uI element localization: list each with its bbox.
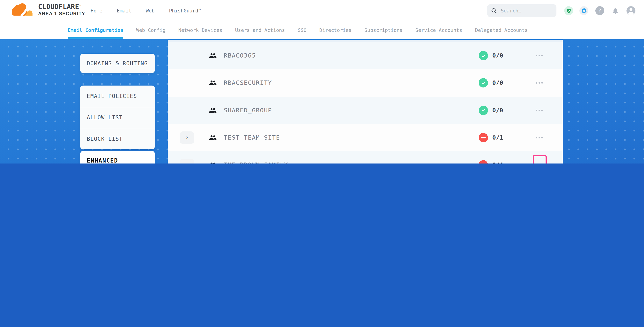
sidebar-item-domains-routing[interactable]: DOMAINS & ROUTING <box>80 54 155 73</box>
sidebar-item-email-policies[interactable]: EMAIL POLICIES <box>80 85 155 107</box>
row-name: RBACO365 <box>224 52 256 59</box>
scrolled-row-edge <box>168 40 563 42</box>
trademark: ® <box>79 4 81 7</box>
tab-users-and-actions[interactable]: Users and Actions <box>235 21 285 39</box>
row-name: RBACSECURITY <box>224 79 272 86</box>
status-unprotected-icon <box>478 160 488 163</box>
users-group-icon <box>209 106 217 114</box>
table-row-group[interactable]: TEST TEAM SITE0/1 <box>168 124 563 151</box>
groups-table: RBACO3650/0RBACSECURITY0/0SHARED_GROUP0/… <box>168 40 563 163</box>
users-group-icon <box>209 79 217 87</box>
ellipsis-icon <box>538 109 540 111</box>
table-row-group[interactable]: SHARED_GROUP0/0 <box>168 97 563 124</box>
tab-web-config[interactable]: Web Config <box>136 21 166 39</box>
nav-web[interactable]: Web <box>146 8 155 13</box>
row-name: SHARED_GROUP <box>224 107 272 114</box>
users-group-icon <box>209 161 217 163</box>
sidebar-item-allow-list[interactable]: ALLOW LIST <box>80 107 155 128</box>
status-unprotected-icon <box>478 133 488 142</box>
protection-count: 0/1 <box>492 134 503 141</box>
collapse-row-button[interactable] <box>180 159 194 163</box>
tab-sso[interactable]: SSO <box>298 21 306 39</box>
row-menu-button[interactable] <box>533 161 546 163</box>
row-menu-button[interactable] <box>533 134 546 142</box>
expand-row-button[interactable] <box>180 131 194 144</box>
tab-delegated-accounts[interactable]: Delegated Accounts <box>475 21 528 39</box>
status-protected-icon <box>478 106 488 115</box>
sidebar-item-block-list[interactable]: BLOCK LIST <box>80 128 155 149</box>
table-row-group[interactable]: THE BROWN FAMILY0/4 <box>168 151 563 163</box>
search-box[interactable] <box>487 4 556 17</box>
settings-gear-icon[interactable] <box>580 6 588 15</box>
help-icon[interactable]: ? <box>595 6 604 15</box>
tab-network-devices[interactable]: Network Devices <box>178 21 222 39</box>
minus-icon <box>481 137 486 138</box>
row-name: THE BROWN FAMILY <box>224 162 288 163</box>
protection-count: 0/0 <box>492 79 503 86</box>
cloudflare-cloud-icon <box>11 2 35 17</box>
protection-count: 0/4 <box>492 162 503 163</box>
users-group-icon <box>209 134 217 142</box>
nav-email[interactable]: Email <box>117 8 131 13</box>
users-group-icon <box>209 52 217 59</box>
row-menu-button[interactable] <box>533 52 546 59</box>
sidebar-card-enhanced-detections: ENHANCED DETECTIONS Business Email Compr… <box>80 151 155 163</box>
tab-email-configuration[interactable]: Email Configuration <box>68 21 123 39</box>
nav-home[interactable]: Home <box>91 8 102 13</box>
tab-directories[interactable]: Directories <box>319 21 352 39</box>
notifications-bell-icon[interactable] <box>611 6 620 15</box>
row-name: TEST TEAM SITE <box>224 134 280 141</box>
group-table-body: RBACO3650/0RBACSECURITY0/0SHARED_GROUP0/… <box>168 42 563 163</box>
sidebar-item-enhanced-detections[interactable]: ENHANCED DETECTIONS <box>87 157 145 163</box>
cloudflare-logo[interactable]: CLOUDFLARE® AREA 1 SECURITY <box>11 2 85 17</box>
brand-name: CLOUDFLARE® <box>38 3 85 11</box>
top-header: CLOUDFLARE® AREA 1 SECURITY Home Email W… <box>0 0 644 21</box>
security-shield-check-icon[interactable] <box>564 6 573 15</box>
app-window: CLOUDFLARE® AREA 1 SECURITY Home Email W… <box>0 0 644 163</box>
row-menu-button[interactable] <box>533 79 546 87</box>
brand-text: CLOUDFLARE® AREA 1 SECURITY <box>38 3 85 16</box>
search-icon <box>491 8 497 13</box>
sidebar-card-domains-routing: DOMAINS & ROUTING <box>80 54 155 73</box>
brand-subtitle: AREA 1 SECURITY <box>38 11 85 16</box>
primary-nav: Home Email Web PhishGuard™ <box>91 0 201 21</box>
ellipsis-icon <box>538 55 540 56</box>
row-menu-button[interactable] <box>533 106 546 114</box>
tab-subscriptions[interactable]: Subscriptions <box>364 21 402 39</box>
search-input[interactable] <box>500 7 547 14</box>
status-protected-icon <box>478 51 488 60</box>
ellipsis-icon <box>538 82 540 84</box>
table-row-group[interactable]: RBACO3650/0 <box>168 42 563 69</box>
protection-count: 0/0 <box>492 52 503 59</box>
protection-count: 0/0 <box>492 107 503 114</box>
sidebar-card-policies: EMAIL POLICIES ALLOW LIST BLOCK LIST <box>80 85 155 149</box>
config-tabbar: Email Configuration Web Config Network D… <box>0 21 644 39</box>
nav-phishguard[interactable]: PhishGuard™ <box>169 8 201 13</box>
status-protected-icon <box>478 78 488 88</box>
ellipsis-icon <box>538 137 540 138</box>
tab-service-accounts[interactable]: Service Accounts <box>416 21 462 39</box>
account-avatar-icon[interactable] <box>626 6 636 15</box>
table-row-group[interactable]: RBACSECURITY0/0 <box>168 69 563 97</box>
